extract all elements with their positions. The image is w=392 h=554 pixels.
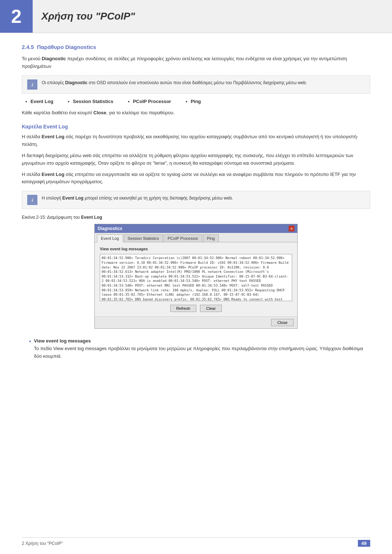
page-number: 49 (358, 540, 370, 547)
main-content: 2.4.5 Παράθυρο Diagnostics Το μενού Diag… (0, 44, 392, 385)
bullet-dot: • (29, 337, 31, 345)
chapter-number: 2 (0, 0, 33, 33)
dialog-view-label: View event log messages (100, 247, 292, 251)
event-log-p3: Η σελίδα Event Log σάς επιτρέπει να ενερ… (22, 171, 370, 186)
log-container: 00:01:34:52.906> Teradici Corporation (c… (100, 254, 292, 301)
note-box-1: i Οι επιλογές Diagnostic στο OSD αποτελο… (22, 75, 370, 94)
chapter-header: 2 Χρήση του "PCoIP" (0, 0, 392, 33)
tab-item-event-log: Event Log (25, 99, 53, 104)
dialog-title: Diagnostics (98, 226, 122, 231)
section-heading: 2.4.5 Παράθυρο Diagnostics (22, 44, 370, 50)
event-log-p1: Η σελίδα Event Log σάς παρέχει τη δυνατό… (22, 133, 370, 148)
dialog-titlebar: Diagnostics ✕ (95, 224, 297, 233)
bullet-section: • View event log messages Το πεδίο View … (22, 337, 370, 360)
bullet-item-text: View event log messages Το πεδίο View ev… (34, 337, 370, 360)
note-text-2: Η επιλογή Event Log μπορεί επίσης να εκκ… (42, 195, 233, 201)
tab-list: Event Log Session Statistics PCoIP Proce… (22, 99, 370, 104)
dialog-tabs: Event Log Session Statistics PCoIP Proce… (95, 233, 297, 242)
dialog-tab-event-log[interactable]: Event Log (97, 234, 123, 242)
diagnostics-dialog: Diagnostics ✕ Event Log Session Statisti… (94, 224, 298, 329)
page-footer: 2 Χρήση του "PCoIP" 49 (22, 537, 370, 547)
dialog-title-close-button[interactable]: ✕ (289, 226, 294, 231)
close-note: Κάθε καρτέλα διαθέτει ένα κουμπί Close, … (22, 109, 370, 117)
event-log-section-heading: Καρτέλα Event Log (22, 124, 370, 130)
dialog-body: View event log messages 00:01:34:52.906>… (95, 242, 297, 316)
dialog-footer: Close (95, 316, 297, 328)
tab-item-ping: Ping (185, 99, 201, 104)
svg-text:i: i (32, 82, 33, 87)
dialog-buttons: Refresh Clear (100, 305, 292, 312)
dialog-close-button[interactable]: Close (271, 319, 294, 326)
refresh-button[interactable]: Refresh (170, 305, 197, 312)
event-log-p2: Η διεπαφή διαχείρισης μέσω web σάς επιτρ… (22, 152, 370, 167)
svg-text:i: i (32, 197, 33, 203)
note-icon-1: i (27, 79, 37, 90)
clear-button[interactable]: Clear (200, 305, 222, 312)
bullet-item-view-event-log: • View event log messages Το πεδίο View … (29, 337, 370, 360)
tab-item-session-statistics: Session Statistics (68, 99, 113, 104)
footer-chapter-text: 2 Χρήση του "PCoIP" (22, 541, 63, 546)
tab-item-pcoip-processor: PCoIP Processor (128, 99, 171, 104)
chapter-title: Χρήση του "PCoIP" (33, 11, 135, 22)
note-icon-2: i (27, 195, 37, 205)
dialog-tab-pcoip-processor[interactable]: PCoIP Processor (164, 234, 202, 242)
note-box-2: i Η επιλογή Event Log μπορεί επίσης να ε… (22, 191, 370, 209)
intro-paragraph: Το μενού Diagnostic περιέχει συνδέσεις σ… (22, 55, 370, 70)
log-area[interactable]: 00:01:34:52.906> Teradici Corporation (c… (100, 254, 292, 301)
note-text-1: Οι επιλογές Diagnostic στο OSD αποτελούν… (42, 79, 307, 86)
dialog-tab-session-statistics[interactable]: Session Statistics (124, 234, 163, 242)
dialog-tab-ping[interactable]: Ping (203, 234, 219, 242)
figure-caption: Εικόνα 2-15: Διαμόρφωση του Event Log (22, 214, 370, 221)
